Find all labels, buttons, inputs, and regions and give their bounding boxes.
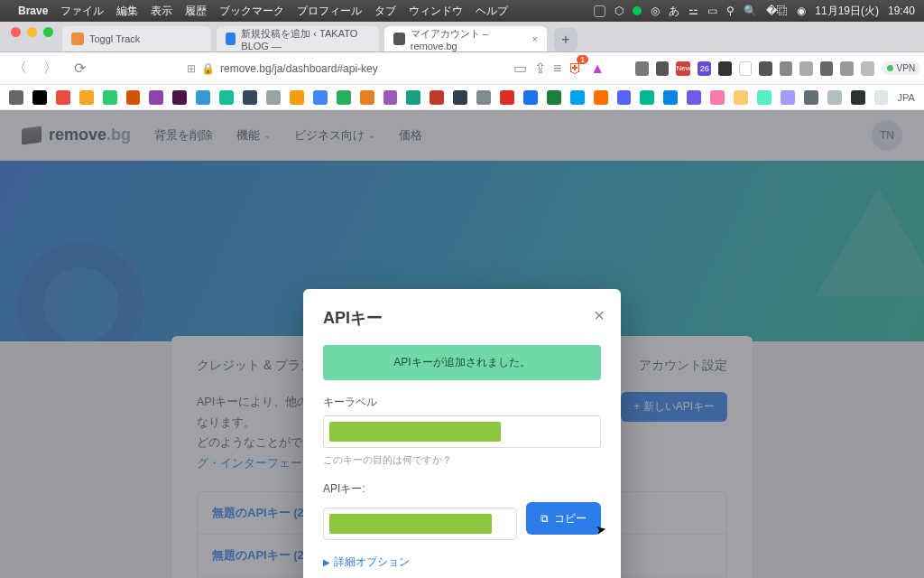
bookmark-item[interactable] <box>594 90 608 105</box>
window-minimize[interactable] <box>27 27 37 37</box>
bookmark-item[interactable] <box>56 90 70 105</box>
status-icon[interactable]: ◎ <box>651 5 660 17</box>
menu-profile[interactable]: プロフィール <box>297 4 362 19</box>
nav-reload-icon[interactable]: ⟳ <box>70 60 89 77</box>
menu-bookmarks[interactable]: ブックマーク <box>219 4 284 19</box>
nav-back-icon[interactable]: 〈 <box>9 59 31 78</box>
brave-rewards-icon[interactable]: ▲ <box>590 61 605 77</box>
bookmark-item[interactable] <box>781 90 795 105</box>
menu-edit[interactable]: 編集 <box>116 4 138 19</box>
bookmark-item[interactable] <box>851 90 865 105</box>
vpn-indicator[interactable]: VPN <box>882 61 921 75</box>
bookmark-item[interactable] <box>874 90 889 105</box>
bookmark-item[interactable] <box>9 90 23 105</box>
menu-history[interactable]: 履歴 <box>185 4 207 19</box>
api-key-input[interactable] <box>323 508 517 540</box>
window-zoom[interactable] <box>43 27 53 37</box>
site-settings-icon[interactable]: ⊞ <box>187 62 196 75</box>
extension-icon[interactable]: 26 <box>698 61 711 76</box>
extension-icon[interactable] <box>861 61 874 76</box>
bookmark-item[interactable] <box>547 90 561 105</box>
bookmark-item[interactable] <box>290 90 304 105</box>
ime-indicator[interactable]: あ <box>669 4 679 19</box>
status-icon[interactable] <box>594 5 605 17</box>
bookmark-item[interactable]: JPA <box>897 92 914 103</box>
bookmark-item[interactable] <box>149 90 163 105</box>
address-bar[interactable]: ⊞ 🔒 remove.bg/ja/dashboard#api-key <box>180 58 504 79</box>
brave-shield-icon[interactable]: ⛨1 <box>568 61 583 77</box>
bookmark-item[interactable] <box>570 90 585 105</box>
bookmark-item[interactable] <box>453 90 467 105</box>
bookmark-item[interactable] <box>219 90 234 105</box>
bookmark-item[interactable] <box>640 90 654 105</box>
bookmark-item[interactable] <box>500 90 514 105</box>
extension-icon[interactable] <box>840 61 854 76</box>
browser-tab-active[interactable]: マイアカウント – remove.bg × <box>384 26 547 51</box>
extension-icon[interactable] <box>759 61 772 76</box>
responsive-icon[interactable]: ▭ <box>513 60 527 77</box>
wifi-icon[interactable]: ⚲ <box>726 5 735 17</box>
siri-icon[interactable]: ◉ <box>797 5 806 17</box>
menu-file[interactable]: ファイル <box>60 4 104 19</box>
bookmark-item[interactable] <box>710 90 725 105</box>
bookmark-item[interactable] <box>126 90 141 105</box>
modal-close-icon[interactable]: × <box>594 305 605 326</box>
menu-window[interactable]: ウィンドウ <box>409 4 463 19</box>
reader-icon[interactable]: ≡ <box>553 61 561 77</box>
share-icon[interactable]: ⇪ <box>534 60 546 77</box>
bookmark-item[interactable] <box>523 90 538 105</box>
browser-tab[interactable]: Toggl Track <box>62 26 211 51</box>
advanced-options-toggle[interactable]: ▶詳細オプション <box>323 555 601 570</box>
extension-icon[interactable] <box>799 61 813 76</box>
menu-view[interactable]: 表示 <box>151 4 172 19</box>
bookmark-item[interactable] <box>617 90 632 105</box>
bookmark-item[interactable] <box>172 90 187 105</box>
bookmark-item[interactable] <box>266 90 281 105</box>
spotlight-icon[interactable]: 🔍 <box>744 5 757 17</box>
extension-icon[interactable] <box>718 61 732 76</box>
browser-tab[interactable]: 新規投稿を追加 ‹ TAKATO BLOG — <box>217 26 379 51</box>
bookmark-item[interactable] <box>734 90 748 105</box>
bluetooth-icon[interactable]: ⚍ <box>688 5 698 17</box>
bookmark-item[interactable] <box>196 90 210 105</box>
bookmark-item[interactable] <box>243 90 257 105</box>
bookmark-item[interactable] <box>103 90 117 105</box>
browser-tab-strip: Toggl Track 新規投稿を追加 ‹ TAKATO BLOG — マイアカ… <box>0 22 924 52</box>
extension-icon[interactable] <box>780 61 793 76</box>
extension-icon[interactable] <box>739 61 753 76</box>
copy-button[interactable]: ⧉ コピー <box>526 502 601 535</box>
menu-tab[interactable]: タブ <box>374 4 396 19</box>
extension-icon[interactable] <box>656 61 670 76</box>
bookmark-item[interactable] <box>687 90 701 105</box>
battery-icon[interactable]: ▭ <box>707 5 717 17</box>
bookmark-item[interactable] <box>827 90 842 105</box>
menubar-date[interactable]: 11月19日(火) <box>815 4 879 19</box>
window-close[interactable] <box>11 27 21 37</box>
bookmark-item[interactable] <box>663 90 678 105</box>
line-icon[interactable] <box>633 6 642 15</box>
bookmark-item[interactable] <box>32 90 47 105</box>
menu-app[interactable]: Brave <box>18 5 48 17</box>
extension-icon[interactable] <box>635 61 649 76</box>
bookmark-item[interactable] <box>430 90 444 105</box>
bookmark-item[interactable] <box>79 90 94 105</box>
extension-icon[interactable] <box>820 61 834 76</box>
nav-forward-icon[interactable]: 〉 <box>40 59 61 78</box>
bookmark-item[interactable] <box>383 90 398 105</box>
triangle-right-icon: ▶ <box>323 557 330 567</box>
bookmark-item[interactable] <box>337 90 351 105</box>
bookmark-item[interactable] <box>360 90 374 105</box>
menu-help[interactable]: ヘルプ <box>476 4 508 19</box>
extension-icon[interactable]: New <box>676 61 690 76</box>
control-center-icon[interactable]: �⿻ <box>766 5 788 17</box>
bookmark-item[interactable] <box>757 90 772 105</box>
new-tab-button[interactable]: + <box>554 28 578 51</box>
tab-close-icon[interactable]: × <box>532 33 538 44</box>
status-icon[interactable]: ⬡ <box>614 5 624 17</box>
menubar-time[interactable]: 19:40 <box>888 5 915 17</box>
bookmark-item[interactable] <box>476 90 491 105</box>
bookmark-item[interactable] <box>406 90 420 105</box>
bookmark-item[interactable] <box>313 90 328 105</box>
bookmark-item[interactable] <box>804 90 818 105</box>
key-label-input[interactable] <box>323 415 601 448</box>
